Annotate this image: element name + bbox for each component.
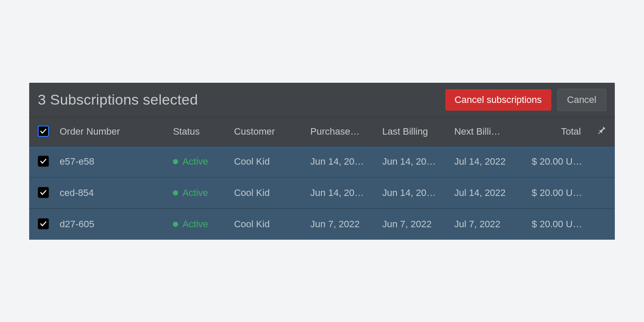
check-icon <box>39 157 47 165</box>
cell-last-billing: Jun 14, 20… <box>377 177 449 208</box>
subscriptions-panel: 3 Subscriptions selected Cancel subscrip… <box>29 83 615 240</box>
column-total[interactable]: Total <box>519 117 589 146</box>
page-title: 3 Subscriptions selected <box>38 91 198 108</box>
select-all-checkbox[interactable] <box>38 126 49 137</box>
status-dot-icon <box>173 222 178 227</box>
row-checkbox[interactable] <box>38 218 49 229</box>
cell-last-billing: Jun 7, 2022 <box>377 208 449 240</box>
cell-order-number: e57-e58 <box>54 146 168 177</box>
table-row[interactable]: ced-854 Active Cool Kid Jun 14, 20… Jun … <box>29 177 615 208</box>
cancel-button[interactable]: Cancel <box>557 89 606 111</box>
column-last-billing[interactable]: Last Billing <box>377 117 449 146</box>
cell-order-number: d27-605 <box>54 208 168 240</box>
column-customer[interactable]: Customer <box>229 117 305 146</box>
column-status[interactable]: Status <box>168 117 229 146</box>
cell-total: $ 20.00 U… <box>519 177 589 208</box>
column-order-number[interactable]: Order Number <box>54 117 168 146</box>
cell-status: Active <box>168 177 229 208</box>
status-dot-icon <box>173 159 178 164</box>
row-checkbox[interactable] <box>38 187 49 198</box>
table-row[interactable]: d27-605 Active Cool Kid Jun 7, 2022 Jun … <box>29 208 615 240</box>
column-next-billing[interactable]: Next Billi… <box>449 117 519 146</box>
cell-total: $ 20.00 U… <box>519 208 589 240</box>
column-pin[interactable] <box>589 117 615 146</box>
cell-status: Active <box>168 146 229 177</box>
check-icon <box>39 189 47 196</box>
cell-purchase: Jun 7, 2022 <box>305 208 377 240</box>
cell-status: Active <box>168 208 229 240</box>
cell-total: $ 20.00 U… <box>519 146 589 177</box>
cell-next-billing: Jul 14, 2022 <box>449 177 519 208</box>
table-header-row: Order Number Status Customer Purchase… L… <box>29 117 615 146</box>
status-label: Active <box>182 187 208 199</box>
pin-icon <box>596 125 607 135</box>
status-label: Active <box>182 219 208 230</box>
status-label: Active <box>182 156 208 167</box>
table-row[interactable]: e57-e58 Active Cool Kid Jun 14, 20… Jun … <box>29 146 615 177</box>
check-icon <box>39 127 47 135</box>
cell-last-billing: Jun 14, 20… <box>377 146 449 177</box>
panel-actions: Cancel subscriptions Cancel <box>445 89 606 111</box>
column-purchase[interactable]: Purchase… <box>305 117 377 146</box>
subscriptions-table: Order Number Status Customer Purchase… L… <box>29 117 615 240</box>
status-dot-icon <box>173 190 178 196</box>
panel-header: 3 Subscriptions selected Cancel subscrip… <box>29 83 615 117</box>
cancel-subscriptions-button[interactable]: Cancel subscriptions <box>445 89 551 111</box>
cell-customer: Cool Kid <box>229 146 305 177</box>
cell-customer: Cool Kid <box>229 177 305 208</box>
cell-purchase: Jun 14, 20… <box>305 177 377 208</box>
cell-next-billing: Jul 14, 2022 <box>449 146 519 177</box>
row-checkbox[interactable] <box>38 156 49 167</box>
cell-next-billing: Jul 7, 2022 <box>449 208 519 240</box>
check-icon <box>39 220 47 228</box>
cell-purchase: Jun 14, 20… <box>305 146 377 177</box>
cell-customer: Cool Kid <box>229 208 305 240</box>
cell-order-number: ced-854 <box>54 177 168 208</box>
